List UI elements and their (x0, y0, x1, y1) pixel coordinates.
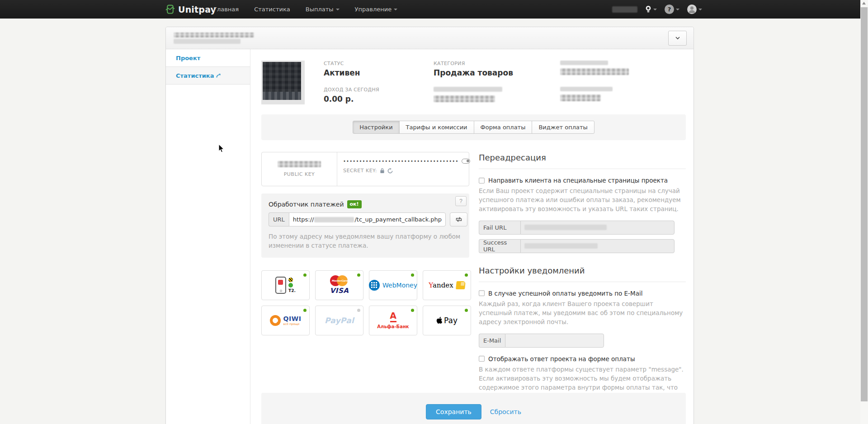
success-url-label: Success URL (479, 239, 520, 253)
notifications-menu[interactable] (645, 5, 657, 14)
api-keys-panel: PUBLIC KEY •••••••••••••••••••••••••••••… (261, 152, 469, 186)
chevron-down-icon (336, 9, 340, 10)
nav-item-management[interactable]: Управление (355, 6, 398, 13)
income-label: ДОХОД ЗА СЕГОДНЯ (324, 87, 434, 93)
sidebar-item-label: Статистика (176, 72, 214, 79)
project-overview: СТАТУС Активен ДОХОД ЗА СЕГОДНЯ 0.00 р. … (261, 61, 683, 104)
success-url-redacted (524, 243, 598, 249)
redirect-heading: Переадресация (479, 152, 686, 169)
project-actions-dropdown-button[interactable] (668, 31, 687, 46)
sidebar-item-project[interactable]: Проект (166, 49, 250, 67)
settings-right-column: Переадресация Направить клиента на специ… (479, 152, 686, 408)
unitpay-logo-icon (165, 5, 175, 14)
reset-link[interactable]: Сбросить (490, 404, 521, 419)
callback-url-input[interactable]: https:// /tc_up_payment_callback.php (289, 212, 446, 226)
redacted-value (560, 68, 629, 75)
payment-methods-grid: T2. MasterCard VISA (261, 270, 469, 335)
nav-item-payouts[interactable]: Выплаты (306, 6, 340, 13)
payment-tile-webmoney[interactable]: WebMoney (369, 270, 417, 300)
redirect-help-text: Если Ваш проект содержит специальные стр… (479, 187, 686, 214)
megafon-icon (288, 283, 293, 287)
visa-mastercard-logo: MasterCard VISA (330, 275, 349, 295)
webmoney-logo: WebMoney (369, 280, 417, 291)
show-message-checkbox-label: Отображать ответ проекта на форме оплаты (488, 355, 635, 363)
reveal-secret-toggle-icon[interactable] (462, 159, 470, 164)
nav-menu: Главная Статистика Выплаты Управление (213, 0, 397, 19)
apple-icon (436, 316, 443, 324)
redacted-value (560, 94, 601, 101)
payment-tile-qiwi[interactable]: QIWI всё проще (261, 306, 310, 335)
tab-payment-widget[interactable]: Виджет оплаты (532, 121, 594, 134)
payment-tile-yandex-money[interactable]: Yandex (423, 270, 471, 300)
chevron-down-icon (676, 9, 679, 10)
chevron-down-icon (653, 9, 657, 10)
beeline-icon (288, 278, 293, 282)
nav-item-statistics[interactable]: Статистика (254, 6, 290, 13)
success-url-group: Success URL (479, 239, 675, 253)
nav-item-main[interactable]: Главная (213, 6, 239, 13)
payment-tile-mobile[interactable]: T2. (261, 270, 310, 300)
unitpay-logo[interactable]: Unitpay (165, 0, 216, 19)
payment-status-dot (357, 309, 360, 312)
payment-status-dot (357, 273, 360, 277)
paypal-logo: PayPal (325, 316, 354, 325)
yandex-wallet-icon (456, 281, 466, 289)
card-main: СТАТУС Активен ДОХОД ЗА СЕГОДНЯ 0.00 р. … (250, 49, 693, 424)
show-message-checkbox-row[interactable]: Отображать ответ проекта на форме оплаты (479, 355, 686, 363)
handler-help-text: По этому адресу мы уведомляем вашу платф… (269, 232, 462, 250)
page-scrollbar[interactable] (860, 0, 868, 424)
account-menu[interactable] (687, 5, 702, 14)
payment-tile-visa-mastercard[interactable]: MasterCard VISA (315, 270, 363, 300)
show-message-checkbox[interactable] (479, 356, 485, 362)
card-sidebar: Проект Статистика (166, 49, 250, 424)
save-button[interactable]: Сохранить (426, 404, 481, 419)
payment-status-dot (411, 309, 414, 312)
scrollbar-thumb[interactable] (861, 7, 868, 401)
sidebar-item-label: Проект (176, 55, 200, 61)
payment-tile-paypal[interactable]: PayPal (315, 306, 363, 335)
payment-status-dot (465, 309, 468, 312)
project-subtitle-redacted (174, 39, 241, 44)
chevron-down-icon (394, 9, 397, 10)
regenerate-key-icon[interactable] (387, 168, 393, 174)
settings-left-column: PUBLIC KEY •••••••••••••••••••••••••••••… (261, 152, 469, 408)
retest-handler-button[interactable] (450, 212, 467, 226)
settings-tabs-strip: Настройки Тарифы и комиссии Форма оплаты… (261, 114, 686, 140)
scroll-up-arrow[interactable] (862, 2, 866, 5)
secret-key-label: SECRET KEY: (343, 168, 377, 174)
payment-tile-apple-pay[interactable]: Pay (423, 306, 471, 335)
category-label: КАТЕГОРИЯ (434, 61, 560, 66)
fail-url-input[interactable] (520, 221, 675, 235)
tab-payment-form[interactable]: Форма оплаты (474, 121, 533, 134)
email-field-input[interactable] (505, 334, 604, 348)
fail-url-label: Fail URL (479, 221, 520, 235)
success-url-input[interactable] (520, 239, 675, 253)
tab-settings[interactable]: Настройки (353, 121, 399, 134)
nav-right-group: ? (612, 0, 702, 19)
sidebar-item-statistics[interactable]: Статистика (166, 67, 250, 85)
redirect-checkbox-row[interactable]: Направить клиента на специальные страниц… (479, 177, 686, 184)
tab-tariffs[interactable]: Тарифы и комиссии (399, 121, 474, 134)
payment-status-dot (303, 273, 307, 277)
lock-icon[interactable] (380, 168, 385, 174)
lightbulb-icon (645, 5, 651, 14)
payment-status-dot (411, 273, 414, 277)
balance-redacted (612, 6, 637, 13)
redacted-label (560, 87, 613, 91)
payment-tile-alfa-bank[interactable]: А Альфа-Банк (369, 306, 417, 335)
email-notify-checkbox[interactable] (479, 290, 485, 296)
email-field-label: E-Mail (479, 334, 505, 348)
redirect-checkbox[interactable] (479, 178, 485, 184)
retweet-icon (455, 217, 462, 222)
alfa-bank-logo: А Альфа-Банк (377, 311, 409, 329)
fail-url-group: Fail URL (479, 221, 675, 235)
public-key-label: PUBLIC KEY (284, 171, 315, 177)
status-value: Активен (324, 68, 434, 77)
email-notify-checkbox-row[interactable]: В случае успешной оплаты уведомить по E-… (479, 290, 686, 297)
handler-help-button[interactable]: ? (455, 196, 467, 206)
fail-url-redacted (524, 225, 607, 230)
email-notify-checkbox-label: В случае успешной оплаты уведомить по E-… (488, 290, 642, 297)
payment-handler-panel: ? Обработчик платежей ок! URL https:// (261, 193, 469, 258)
help-menu[interactable]: ? (665, 5, 679, 14)
url-addon-label: URL (269, 212, 289, 226)
